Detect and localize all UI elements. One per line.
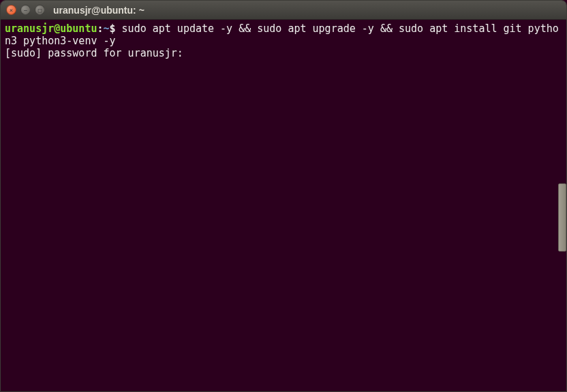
prompt-user-host: uranusjr@ubuntu	[5, 22, 97, 35]
output-line: [sudo] password for uranusjr:	[5, 47, 562, 59]
maximize-icon: □	[38, 7, 42, 14]
window-title: uranusjr@ubuntu: ~	[53, 5, 144, 16]
titlebar[interactable]: × − □ uranusjr@ubuntu: ~	[1, 1, 566, 20]
scrollbar-thumb[interactable]	[558, 183, 566, 252]
minimize-icon: −	[24, 7, 27, 14]
terminal-window: × − □ uranusjr@ubuntu: ~ uranusjr@ubuntu…	[0, 0, 567, 392]
prompt-symbol: $	[110, 22, 116, 35]
prompt-path: ~	[104, 22, 110, 35]
window-controls: × − □	[6, 5, 45, 15]
terminal-body[interactable]: uranusjr@ubuntu:~$ sudo apt update -y &&…	[1, 20, 566, 391]
maximize-button[interactable]: □	[35, 5, 45, 15]
minimize-button[interactable]: −	[20, 5, 31, 15]
command-line: uranusjr@ubuntu:~$ sudo apt update -y &&…	[5, 22, 562, 47]
close-button[interactable]: ×	[6, 5, 16, 15]
close-icon: ×	[10, 7, 13, 14]
prompt-colon: :	[97, 22, 103, 35]
